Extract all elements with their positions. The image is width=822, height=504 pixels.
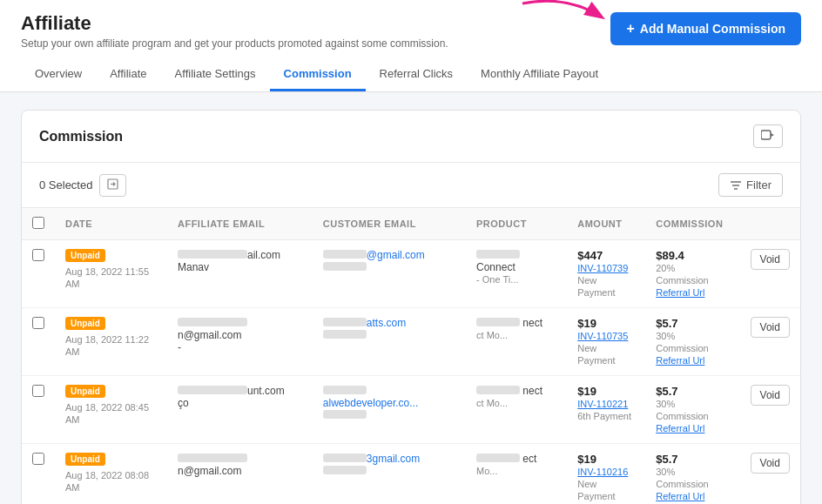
card-header: Commission	[22, 111, 800, 163]
video-icon	[761, 130, 775, 140]
commission-percent: 30% Commission	[656, 399, 709, 421]
tab-commission[interactable]: Commission	[270, 58, 366, 91]
commission-value: $5.7	[656, 317, 677, 330]
invoice-link[interactable]: INV-110739	[577, 263, 628, 273]
affiliate-name: -	[178, 341, 181, 353]
payment-label: New Payment	[577, 343, 615, 366]
row-commission-cell: $89.4 20% Commission Referral Url	[645, 240, 739, 308]
customer-email-link[interactable]: @gmail.com	[367, 249, 425, 261]
date-text: Aug 18, 2022 08:45 AM	[65, 402, 149, 425]
select-all-checkbox[interactable]	[32, 217, 44, 229]
row-date-cell: Unpaid Aug 18, 2022 08:45 AM	[55, 376, 167, 444]
tab-referral-clicks[interactable]: Referral Clicks	[366, 58, 468, 91]
product-name: Connect	[476, 261, 515, 273]
tab-overview[interactable]: Overview	[21, 58, 96, 91]
arrow-decoration	[514, 0, 618, 38]
affiliate-email-suffix: unt.com	[247, 385, 285, 397]
navigation-tabs: Overview Affiliate Affiliate Settings Co…	[21, 58, 801, 91]
affiliate-email-suffix: ail.com	[247, 249, 280, 261]
video-icon-button[interactable]	[753, 124, 783, 148]
void-button[interactable]: Void	[751, 317, 790, 338]
invoice-link[interactable]: INV-110216	[577, 467, 628, 477]
add-commission-button[interactable]: + Add Manual Commission	[610, 12, 801, 45]
row-affiliate-email-cell: n@gmail.com	[167, 444, 313, 505]
date-text: Aug 18, 2022 11:55 AM	[65, 266, 149, 289]
row-date-cell: Unpaid Aug 18, 2022 08:08 AM	[55, 444, 167, 505]
row-product-cell: nect ct Mo...	[466, 376, 567, 444]
product-blurred	[476, 454, 520, 462]
row-customer-email-cell: alwebdeveloper.co...	[313, 376, 466, 444]
amount-value: $19	[577, 317, 596, 330]
row-checkbox-1[interactable]	[32, 317, 44, 329]
page-header: Affiliate Setup your own affiliate progr…	[0, 0, 822, 92]
header-product: PRODUCT	[466, 208, 567, 240]
customer-email-blurred	[323, 318, 367, 326]
row-commission-cell: $5.7 30% Commission Referral Url	[645, 308, 739, 376]
table-row: Unpaid Aug 18, 2022 11:55 AM ail.com Man…	[22, 240, 800, 308]
product-sub: Mo...	[476, 466, 497, 476]
status-badge: Unpaid	[65, 453, 105, 466]
row-amount-cell: $19 INV-110216 New Payment	[567, 444, 645, 505]
customer-email-link[interactable]: atts.com	[367, 317, 406, 329]
referral-url-link[interactable]: Referral Url	[656, 287, 704, 298]
commission-card: Commission 0 Selected	[21, 110, 801, 504]
referral-url-link[interactable]: Referral Url	[656, 423, 704, 433]
product-name: nect	[520, 385, 542, 397]
affiliate-email-suffix: n@gmail.com	[178, 329, 242, 341]
referral-url-link[interactable]: Referral Url	[656, 491, 704, 501]
invoice-link[interactable]: INV-110221	[577, 399, 628, 409]
void-button[interactable]: Void	[751, 249, 790, 270]
customer-email-link[interactable]: alwebdeveloper.co...	[323, 397, 418, 409]
row-checkbox-cell	[22, 444, 55, 505]
row-action-cell: Void	[740, 444, 800, 505]
commission-value: $89.4	[656, 249, 684, 262]
header-left: Affiliate Setup your own affiliate progr…	[21, 12, 448, 50]
referral-url-link[interactable]: Referral Url	[656, 355, 704, 366]
row-action-cell: Void	[740, 376, 800, 444]
plus-icon: +	[626, 21, 634, 37]
header-customer-email: CUSTOMER EMAIL	[313, 208, 466, 240]
customer-email-sub-blurred	[323, 410, 367, 419]
filter-button[interactable]: Filter	[718, 173, 783, 197]
commission-value: $5.7	[656, 385, 677, 398]
row-date-cell: Unpaid Aug 18, 2022 11:22 AM	[55, 308, 167, 376]
row-checkbox-3[interactable]	[32, 453, 44, 465]
customer-email-sub-blurred	[323, 262, 367, 271]
product-blurred	[476, 318, 520, 326]
row-action-cell: Void	[740, 308, 800, 376]
row-amount-cell: $19 INV-110735 New Payment	[567, 308, 645, 376]
row-product-cell: ect Mo...	[466, 444, 567, 505]
table-toolbar: 0 Selected Filter	[22, 163, 800, 208]
table-header-row: DATE AFFILIATE EMAIL CUSTOMER EMAIL PROD…	[22, 208, 800, 240]
table-row: Unpaid Aug 18, 2022 11:22 AM n@gmail.com…	[22, 308, 800, 376]
tab-affiliate-settings[interactable]: Affiliate Settings	[161, 58, 270, 91]
page-title: Affiliate	[21, 12, 448, 35]
tab-monthly-affiliate-payout[interactable]: Monthly Affiliate Payout	[467, 58, 612, 91]
commission-table: DATE AFFILIATE EMAIL CUSTOMER EMAIL PROD…	[22, 208, 800, 504]
status-badge: Unpaid	[65, 317, 105, 330]
row-customer-email-cell: @gmail.com	[313, 240, 466, 308]
row-affiliate-email-cell: unt.com ço	[167, 376, 313, 444]
filter-icon	[730, 180, 742, 191]
product-sub: ct Mo...	[476, 330, 508, 340]
product-sub: - One Ti...	[476, 274, 518, 285]
row-checkbox-2[interactable]	[32, 385, 44, 397]
row-product-cell: Connect - One Ti...	[466, 240, 567, 308]
export-button[interactable]	[99, 174, 126, 197]
row-amount-cell: $19 INV-110221 6th Payment	[567, 376, 645, 444]
affiliate-email-blurred	[178, 386, 247, 394]
amount-value: $19	[577, 385, 596, 398]
customer-email-link[interactable]: 3gmail.com	[367, 453, 420, 465]
row-commission-cell: $5.7 30% Commission Referral Url	[645, 444, 739, 505]
row-checkbox-0[interactable]	[32, 249, 44, 261]
invoice-link[interactable]: INV-110735	[577, 331, 628, 341]
tab-affiliate[interactable]: Affiliate	[96, 58, 160, 91]
amount-value: $447	[577, 249, 603, 262]
svg-rect-1	[761, 131, 771, 139]
product-name: nect	[520, 317, 542, 329]
void-button[interactable]: Void	[751, 453, 790, 474]
commission-value: $5.7	[656, 453, 677, 466]
void-button[interactable]: Void	[751, 385, 790, 406]
row-action-cell: Void	[740, 240, 800, 308]
affiliate-name: Manav	[178, 261, 209, 273]
